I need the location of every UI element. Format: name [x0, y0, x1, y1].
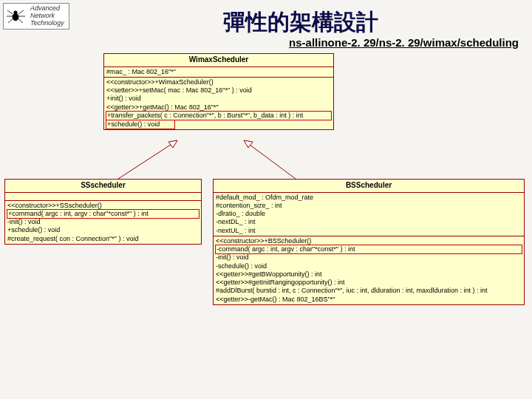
class-attrs-empty: [5, 193, 201, 201]
header: Advanced Network Technology 彈性的架構設計: [0, 0, 532, 38]
op: <<getter>>#getBWopportunity() : int: [216, 270, 522, 279]
op: -init() : void: [7, 218, 199, 226]
class-ops: <<constructor>>+BSScheduler() -command( …: [214, 236, 524, 304]
class-name: WimaxScheduler: [104, 54, 333, 67]
attr: #default_mod_ : Ofdm_mod_rate: [216, 194, 522, 202]
op-highlighted: +transfer_packets( c : Connection"*", b …: [106, 111, 332, 120]
attr: -nextUL_ : int: [216, 227, 522, 235]
op: +init() : void: [106, 95, 331, 103]
class-ops: <<constructor>>+WimaxScheduler() <<sette…: [104, 78, 333, 130]
attr: -nextDL_ : int: [216, 218, 522, 226]
class-ss-scheduler: SSscheduler <<constructor>>+SSscheduler(…: [4, 179, 202, 245]
logo-box: Advanced Network Technology: [3, 3, 69, 30]
op: -init() : void: [216, 253, 522, 262]
op: +schedule() : void: [7, 226, 199, 234]
uml-diagram: WimaxScheduler #mac_ : Mac 802_16"*" <<c…: [0, 53, 532, 364]
attr: #mac_ : Mac 802_16"*": [106, 68, 331, 76]
class-name: BSScheduler: [214, 180, 524, 193]
op: #create_request( con : Connection"*" ) :…: [7, 235, 199, 243]
attr: #contention_size_ : int: [216, 202, 522, 210]
class-attrs: #default_mod_ : Ofdm_mod_rate #contentio…: [214, 193, 524, 236]
op: #addDlBurst( burstid : int, c : Connecti…: [216, 287, 522, 295]
op: -schedule() : void: [216, 262, 522, 270]
op-highlighted: -command( argc : int, argv : char"*const…: [215, 245, 522, 254]
logo-text-3: Technology: [30, 20, 64, 27]
svg-point-1: [14, 11, 17, 14]
op: <<getter>>#getInitRangingopportunity() :…: [216, 279, 522, 287]
page-title: 彈性的架構設計: [69, 7, 532, 38]
attr: -dlratio_ : double: [216, 210, 522, 218]
op: <<setter>>+setMac( mac : Mac 802_16"*" )…: [106, 86, 331, 95]
class-name: SSscheduler: [5, 180, 201, 193]
class-attrs: #mac_ : Mac 802_16"*": [104, 67, 333, 78]
svg-marker-2: [168, 140, 177, 148]
op: <<constructor>>+WimaxScheduler(): [106, 78, 331, 86]
op-highlighted: +schedule() : void: [106, 120, 175, 129]
class-wimax-scheduler: WimaxScheduler #mac_ : Mac 802_16"*" <<c…: [103, 53, 334, 130]
op: <<getter>>-getMac() : Mac 802_16BS"*": [216, 296, 522, 304]
class-ops: <<constructor>>+SSscheduler() +command( …: [5, 201, 201, 244]
path-subtitle: ns-allinone-2. 29/ns-2. 29/wimax/schedul…: [0, 36, 532, 49]
spider-icon: [5, 7, 27, 26]
svg-marker-3: [244, 140, 253, 148]
op-highlighted: +command( argc : int, argv : char"*const…: [7, 209, 200, 219]
class-bs-scheduler: BSScheduler #default_mod_ : Ofdm_mod_rat…: [213, 179, 525, 305]
